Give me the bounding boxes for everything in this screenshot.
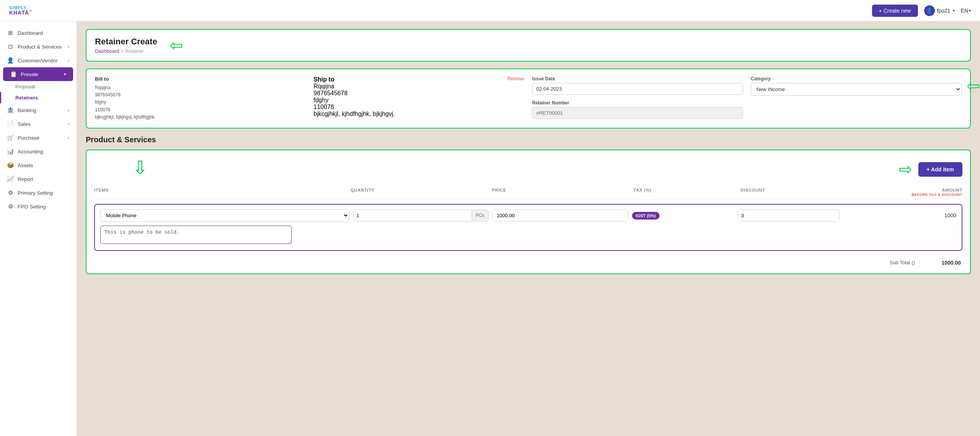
- ship-to-section: Ship to Remove Rqqijna 9876545678 fdghy …: [314, 76, 524, 117]
- user-chevron-icon: ▾: [953, 8, 955, 13]
- presale-icon: 📋: [10, 71, 17, 78]
- discount-wrap: [738, 210, 840, 221]
- primary-setting-icon: ⚙: [7, 189, 14, 196]
- sidebar-item-proposal[interactable]: Proposal: [0, 81, 76, 92]
- price-wrap: [492, 210, 628, 221]
- price-input[interactable]: [493, 210, 627, 221]
- bill-ship-card: Bill to Rqqijna 9876545678 fdghy 110078 …: [86, 68, 971, 129]
- main-content: Retainer Create Dashboard > Retainer ⇦ B…: [77, 21, 980, 436]
- tax-badge[interactable]: IGST (5%): [632, 212, 660, 220]
- chevron-right-icon: ›: [68, 58, 69, 63]
- sidebar-item-accounting[interactable]: 📊 Accounting: [0, 145, 76, 158]
- sidebar-item-label: Product & Services: [18, 44, 62, 50]
- sidebar-item-label: Customer/Vendor: [18, 58, 58, 63]
- issue-date-label: Issue Date: [532, 76, 743, 81]
- header-right: + Create new 👤 fpo21 ▾ EN ▾: [872, 5, 971, 17]
- table-header: ITEMS QUANTITY PRICE TAX (%) DISCOUNT AM…: [94, 185, 962, 200]
- fpo-setting-icon: ⚙: [7, 203, 14, 210]
- item-row-top: Mobile Phone PCs: [100, 209, 956, 222]
- th-discount: DISCOUNT: [741, 188, 844, 197]
- category-label: Category: [751, 76, 962, 81]
- quantity-unit: PCs: [472, 210, 488, 221]
- sidebar-item-label: Accounting: [18, 149, 43, 155]
- ship-to-label: Ship to: [314, 76, 334, 83]
- product-services-title: Product & Services: [86, 135, 971, 144]
- annotation-arrow-down: ⇩: [132, 159, 148, 177]
- report-icon: 📈: [7, 176, 14, 182]
- table-row: Mobile Phone PCs: [94, 204, 962, 251]
- chevron-right-icon: ›: [68, 122, 69, 126]
- create-new-button[interactable]: + Create new: [872, 5, 918, 17]
- dashboard-icon: ⊞: [7, 29, 14, 36]
- sidebar-item-presale[interactable]: 📋 Presale ▾: [3, 67, 73, 81]
- page-title-card: Retainer Create Dashboard > Retainer ⇦: [86, 29, 971, 62]
- language-menu[interactable]: EN ▾: [961, 8, 971, 14]
- amount-value: 1000: [843, 212, 956, 218]
- category-section: Category New INcome Income Other ⇦: [751, 76, 962, 96]
- product-services-section: Product & Services ⇩ ⇨ + Add item ITEMS …: [86, 135, 971, 274]
- bill-to-section: Bill to Rqqijna 9876545678 fdghy 110078 …: [95, 76, 306, 121]
- sidebar-item-product-services[interactable]: ⊡ Product & Services ›: [0, 40, 76, 54]
- sidebar-sub-label: Retainers: [15, 95, 38, 101]
- sidebar-item-label: Assets: [18, 163, 33, 168]
- product-services-card: ⇩ ⇨ + Add item ITEMS QUANTITY PRICE TAX …: [86, 150, 971, 274]
- user-label: fpo21: [937, 8, 951, 14]
- sidebar-item-retainers[interactable]: Retainers: [0, 92, 76, 103]
- sidebar-item-label: Sales: [18, 121, 31, 127]
- product-icon: ⊡: [7, 43, 14, 50]
- sidebar-item-label: Report: [18, 176, 33, 182]
- sidebar-item-banking[interactable]: 🏦 Banking ›: [0, 103, 76, 117]
- ship-to-details: Rqqijna 9876545678 fdghy 110078 bjkcgjhk…: [314, 83, 524, 117]
- sidebar-item-sales[interactable]: 📄 Sales ›: [0, 117, 76, 131]
- sidebar-item-dashboard[interactable]: ⊞ Dashboard: [0, 26, 76, 40]
- item-description-input[interactable]: This is phone to be sold.: [100, 226, 292, 244]
- assets-icon: 📦: [7, 162, 14, 169]
- sidebar-item-customer-vendor[interactable]: 👤 Customer/Vendor ›: [0, 54, 76, 67]
- subtotal-label: Sub Total (): [890, 260, 915, 265]
- sidebar-item-label: FPO Setting: [18, 204, 46, 210]
- chevron-down-icon: ▾: [64, 72, 66, 77]
- purchase-icon: 🛒: [7, 134, 14, 141]
- user-menu[interactable]: 👤 fpo21 ▾: [924, 5, 955, 16]
- sidebar-sub-label: Proposal: [15, 84, 35, 89]
- language-label: EN: [961, 8, 968, 14]
- item-description-wrap: This is phone to be sold.: [100, 226, 956, 246]
- bill-to-details: Rqqijna 9876545678 fdghy 110078 bjkcgjhk…: [95, 84, 306, 121]
- issue-date-input[interactable]: [532, 83, 743, 95]
- th-quantity: QUANTITY: [350, 188, 488, 197]
- user-avatar-icon: 👤: [924, 5, 935, 16]
- item-name-select[interactable]: Mobile Phone: [101, 210, 349, 221]
- sidebar-item-purchase[interactable]: 🛒 Purchase ›: [0, 131, 76, 145]
- subtotal-value: 1000.00: [930, 260, 961, 266]
- sidebar-item-label: Banking: [18, 107, 36, 113]
- sidebar-item-label: Primary Setting: [18, 190, 53, 196]
- retainer-number-label: Retainer Number: [532, 100, 743, 106]
- item-select-wrap[interactable]: Mobile Phone: [100, 209, 349, 222]
- logo: SIMPLY KHATA™: [9, 5, 33, 16]
- quantity-input[interactable]: [353, 210, 472, 221]
- banking-icon: 🏦: [7, 107, 14, 114]
- annotation-arrow-left: ⇦: [170, 37, 183, 54]
- breadcrumb-dashboard[interactable]: Dashboard: [95, 48, 119, 54]
- sidebar-item-assets[interactable]: 📦 Assets: [0, 158, 76, 172]
- add-item-button[interactable]: + Add item: [918, 162, 962, 177]
- page-title: Retainer Create: [95, 37, 157, 47]
- customer-icon: 👤: [7, 57, 14, 64]
- category-select[interactable]: New INcome Income Other: [751, 83, 962, 96]
- sidebar-item-primary-setting[interactable]: ⚙ Primary Setting: [0, 186, 76, 200]
- chevron-right-icon: ›: [68, 44, 69, 49]
- sales-icon: 📄: [7, 120, 14, 127]
- breadcrumb-current: Retainer: [125, 48, 144, 54]
- remove-link[interactable]: Remove: [507, 76, 524, 81]
- th-items: ITEMS: [94, 188, 346, 197]
- sidebar-item-report[interactable]: 📈 Report: [0, 172, 76, 186]
- discount-input[interactable]: [738, 210, 839, 221]
- breadcrumb: Dashboard > Retainer: [95, 48, 157, 54]
- annotation-arrow-add-item: ⇨: [899, 161, 912, 177]
- th-amount: AMOUNT BEFORE TAX & DISCOUNT: [848, 188, 962, 197]
- logo-khata: KHATA™: [9, 10, 33, 16]
- th-amount-sub: BEFORE TAX & DISCOUNT: [848, 192, 962, 197]
- sidebar-item-fpo-setting[interactable]: ⚙ FPO Setting: [0, 200, 76, 213]
- subtotal-row: Sub Total () 1000.00: [94, 255, 962, 267]
- th-price: PRICE: [492, 188, 630, 197]
